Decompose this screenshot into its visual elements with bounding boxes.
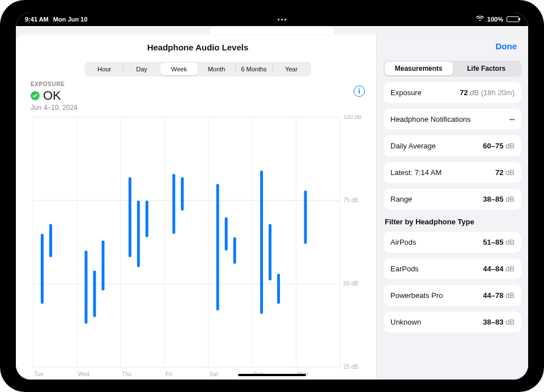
x-tick-thu: Thu xyxy=(122,371,131,377)
sidetab-life-factors[interactable]: Life Factors xyxy=(453,62,521,75)
home-indicator[interactable] xyxy=(238,374,306,376)
timescale-6months[interactable]: 6 Months xyxy=(235,63,273,75)
info-icon[interactable]: i xyxy=(354,86,365,97)
filter-row-2[interactable]: Powerbeats Pro44–78 dB xyxy=(384,285,521,306)
main-pane: Headphone Audio Levels HourDayWeekMonth6… xyxy=(16,35,376,380)
bar-sat-2[interactable] xyxy=(233,237,236,264)
filter-header: Filter by Headphone Type xyxy=(385,218,520,226)
sheet-peek xyxy=(16,26,528,34)
ipad-frame: 9:41 AM Mon Jun 10 100% Headphone Audio … xyxy=(0,0,544,392)
filter-row-3-unit: dB xyxy=(503,318,515,326)
measurement-row-2-value: 60–75 xyxy=(483,142,503,150)
measurement-row-2-label: Daily Average xyxy=(390,142,436,150)
measurement-row-1-value: -- xyxy=(509,115,515,123)
bar-thu-0[interactable] xyxy=(129,177,131,257)
measurement-row-2: Daily Average60–75 dB xyxy=(384,135,521,156)
measurement-row-0: Exposure72 dB (18h 20m) xyxy=(384,82,521,103)
measurement-row-3-unit: dB xyxy=(503,168,515,177)
timescale-segmented-control[interactable]: HourDayWeekMonth6 MonthsYear xyxy=(84,62,311,76)
timescale-year[interactable]: Year xyxy=(273,63,310,75)
measurement-row-4-label: Range xyxy=(390,195,412,203)
measurement-row-4: Range38–85 dB xyxy=(384,189,521,210)
multitask-dots-icon[interactable] xyxy=(278,19,286,20)
measurement-row-3-value: 72 xyxy=(495,168,503,177)
y-tick-50: 50 dB xyxy=(343,280,358,287)
filter-row-1-unit: dB xyxy=(503,265,515,273)
bar-thu-1[interactable] xyxy=(137,201,140,267)
side-segmented-control[interactable]: MeasurementsLife Factors xyxy=(384,61,521,76)
timescale-day[interactable]: Day xyxy=(123,63,160,75)
bar-sun-0[interactable] xyxy=(260,171,263,314)
filter-row-0-value: 51–85 xyxy=(483,238,503,246)
filter-row-3[interactable]: Unknown38–83 dB xyxy=(384,312,521,333)
exposure-label: EXPOSURE xyxy=(31,81,365,87)
filter-row-2-value: 44–78 xyxy=(483,291,503,300)
wifi-icon xyxy=(476,16,484,23)
measurement-row-4-unit: dB xyxy=(503,195,515,203)
status-bar: 9:41 AM Mon Jun 10 100% xyxy=(16,12,528,26)
filter-row-3-label: Unknown xyxy=(390,318,421,326)
bar-wed-1[interactable] xyxy=(93,270,96,317)
filter-row-2-label: Powerbeats Pro xyxy=(390,291,443,300)
y-tick-100: 100 dB xyxy=(343,115,362,120)
bar-wed-0[interactable] xyxy=(84,250,87,323)
measurement-row-0-label: Exposure xyxy=(390,88,422,97)
measurement-row-4-value: 38–85 xyxy=(483,195,503,203)
side-panel: MeasurementsLife Factors Exposure72 dB (… xyxy=(376,35,528,380)
filter-row-0-label: AirPods xyxy=(390,238,416,246)
x-tick-fri: Fri xyxy=(165,371,172,377)
bar-tue-1[interactable] xyxy=(49,224,52,257)
filter-row-1[interactable]: EarPods44–84 dB xyxy=(384,258,521,279)
x-tick-sat: Sat xyxy=(210,371,218,377)
filter-row-1-value: 44–84 xyxy=(483,265,503,273)
filter-row-0-unit: dB xyxy=(503,238,515,246)
bar-sat-1[interactable] xyxy=(225,217,228,250)
sidetab-measurements[interactable]: Measurements xyxy=(385,62,453,75)
timescale-week[interactable]: Week xyxy=(160,63,198,75)
measurement-row-3-label: Latest: 7:14 AM xyxy=(390,168,441,177)
measurement-row-1: Headphone Notifications-- xyxy=(384,109,521,130)
timescale-month[interactable]: Month xyxy=(198,63,235,75)
filter-row-3-value: 38–83 xyxy=(483,318,503,326)
timescale-hour[interactable]: Hour xyxy=(86,63,123,75)
bar-fri-0[interactable] xyxy=(172,174,175,234)
bar-fri-1[interactable] xyxy=(181,177,184,211)
exposure-daterange: Jun 4–10, 2024 xyxy=(31,104,365,112)
battery-percent: 100% xyxy=(487,16,503,23)
battery-icon xyxy=(507,16,519,22)
measurement-row-3: Latest: 7:14 AM72 dB xyxy=(384,162,521,183)
filter-row-2-unit: dB xyxy=(503,291,515,300)
filter-row-1-label: EarPods xyxy=(390,265,419,273)
y-tick-75: 75 dB xyxy=(343,197,358,203)
bar-sun-1[interactable] xyxy=(269,224,271,280)
bar-sun-2[interactable] xyxy=(277,274,280,304)
bar-sat-0[interactable] xyxy=(216,184,219,310)
x-tick-wed: Wed xyxy=(78,371,89,377)
y-tick-25: 25 dB xyxy=(343,364,358,370)
chart-area[interactable]: 25 dB50 dB75 dB100 dBTueWedThuFriSatSunM… xyxy=(31,115,365,380)
bar-tue-0[interactable] xyxy=(41,234,44,304)
bar-thu-2[interactable] xyxy=(146,201,148,237)
screen: 9:41 AM Mon Jun 10 100% Headphone Audio … xyxy=(16,12,528,380)
measurement-row-0-value: 72 xyxy=(460,88,468,97)
page-title: Headphone Audio Levels xyxy=(31,42,365,56)
content-sheet: Headphone Audio Levels HourDayWeekMonth6… xyxy=(16,34,528,380)
status-date: Mon Jun 10 xyxy=(53,16,88,23)
range-chart[interactable]: 25 dB50 dB75 dB100 dBTueWedThuFriSatSunM… xyxy=(31,115,365,380)
filter-row-0[interactable]: AirPods51–85 dB xyxy=(384,232,521,253)
checkmark-circle-icon xyxy=(31,91,40,100)
status-time: 9:41 AM xyxy=(25,16,49,23)
measurement-row-0-unit: dB (18h 20m) xyxy=(468,88,515,97)
x-tick-tue: Tue xyxy=(34,371,44,377)
exposure-status: OK xyxy=(43,88,61,103)
done-button[interactable]: Done xyxy=(496,41,517,51)
bar-mon-0[interactable] xyxy=(304,190,307,244)
measurement-row-1-label: Headphone Notifications xyxy=(390,115,471,123)
measurement-row-2-unit: dB xyxy=(503,142,515,150)
bar-wed-2[interactable] xyxy=(101,241,104,291)
